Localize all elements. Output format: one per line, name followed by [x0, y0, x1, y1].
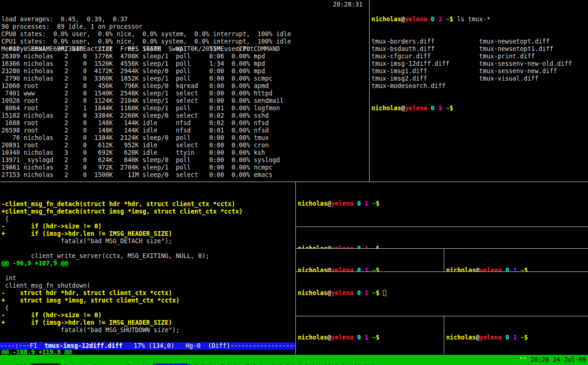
status-clock: 20:28: [527, 356, 553, 363]
prompt-segment: nicholas: [298, 267, 327, 271]
diff-line: {: [1, 215, 295, 223]
shell-pane-6[interactable]: nicholas@yelena 0 1 ~$: [444, 316, 588, 354]
prompt-segment: $: [376, 289, 379, 296]
prompt-segment: ~: [368, 289, 376, 296]
summary-line: CPU1 states: 0.0% user, 0.0% nice, 0.0% …: [1, 38, 369, 45]
diff-buffer: -client_msg_fn_detach(struct hdr *hdr, s…: [1, 201, 295, 354]
file-row: tmux-imsg2.diff tmux-visual.diff: [371, 75, 588, 82]
file-row: tmux-bsdauth.diff tmux-newsetopt1.diff: [371, 45, 588, 53]
prompt-segment: yelena: [479, 267, 502, 271]
prompt-segment: 1: [361, 289, 368, 296]
prompt-line: nicholas@yelena 0 1 ~$ ls tmux-*: [371, 16, 588, 23]
prompt-segment: ~: [368, 245, 376, 248]
process-row: 76 nicholas 2 0 1384K 2124K sleep/0 poll…: [1, 134, 283, 142]
pane-divider-h1: [296, 227, 588, 227]
prompt-segment: 0: [427, 16, 435, 23]
prompt-segment: 1: [361, 334, 368, 341]
prompt-segment: ~: [442, 105, 449, 112]
top-process-pane[interactable]: load averages: 0.45, 0.39, 0.3790 proces…: [0, 0, 369, 182]
diff-line: client_msg_fn_shutdown(: [1, 282, 295, 289]
prompt-segment: 0: [353, 267, 361, 271]
diff-line: -client_msg_fn_detach(struct hdr *hdr, s…: [1, 201, 295, 208]
diff-line: @@ -96,9 +107,9 @@: [1, 260, 295, 267]
process-row: 19861 nicholas 2 0 972K 2704K sleep/1 po…: [1, 164, 283, 171]
prompt-segment: nicholas: [298, 200, 327, 207]
tmux-status-bar: [0] 0:irssi# 1:todo 2:ncmpc- 3:mutt 4:ss…: [0, 355, 588, 365]
prompt-segment: yelena: [331, 267, 353, 271]
prompt-segment: 1: [509, 334, 517, 341]
diff-line: - if (hdr->size != 0): [1, 223, 295, 230]
prompt-segment: $: [449, 16, 453, 23]
process-table-header: PID USERNAME PRI NICE SIZE RES STATE WAI…: [1, 45, 283, 53]
prompt-segment: 1: [509, 267, 517, 271]
prompt-segment: yelena: [331, 200, 353, 207]
prompt-line: nicholas@yelena 0 1 ~$: [298, 267, 444, 271]
file-row: tmux-modesearch.diff: [371, 82, 588, 90]
shell-pane-5[interactable]: nicholas@yelena 0 1 ~$: [296, 316, 444, 354]
shell-pane-1[interactable]: nicholas@yelena 0 1 ~$: [296, 182, 588, 227]
pane-divider-vertical-bottom: [295, 182, 296, 354]
prompt-segment: yelena: [405, 105, 427, 112]
prompt-segment: nicholas: [371, 16, 401, 23]
file-row: tmux-cfgcur.diff tmux-print.diff: [371, 53, 588, 60]
shell-pane-3[interactable]: nicholas@yelena 0 1 ~$: [296, 249, 444, 271]
shell-pane-active[interactable]: nicholas@yelena 0 1 ~$: [296, 272, 588, 316]
pane-divider-vertical-top: [369, 0, 370, 182]
prompt-segment: @: [327, 200, 331, 207]
terminal-cursor: [383, 290, 386, 296]
prompt-segment: @: [327, 245, 331, 248]
diff-line: [1, 245, 295, 252]
modeline-info: 17% (134,0) Hg-0 (Diff): [122, 342, 230, 349]
prompt-segment: 1: [361, 200, 368, 207]
prompt-segment: nicholas: [298, 289, 327, 296]
diff-line: {: [1, 304, 295, 312]
prompt-line: nicholas@yelena 0 1 ~$: [298, 200, 588, 208]
status-date: 24-Jul-09: [553, 356, 586, 363]
diff-line: fatalx("bad MSG_DETACH size");: [1, 238, 295, 245]
prompt-segment: ~: [368, 200, 376, 207]
diff-line: client_write_server(cctx, MSG_EXITING, N…: [1, 252, 295, 260]
prompt-segment: ~: [442, 16, 449, 23]
prompt-segment: 1: [361, 245, 368, 248]
file-row: tmux-imsg-12diff.diff tmux-sessenv-new-o…: [371, 60, 588, 68]
process-row: 10926 root 2 0 1124K 2104K sleep/1 selec…: [1, 97, 283, 105]
prompt-segment: 0: [353, 289, 361, 296]
prompt-line: nicholas@yelena 0 1 ~$: [298, 334, 444, 341]
status-right: "" 20:28 24-Jul-09: [519, 356, 586, 364]
process-row: 16366 nicholas 2 0 1520K 4556K sleep/1 p…: [1, 60, 283, 68]
diff-line: + struct imsg *imsg, struct client_ctx *…: [1, 297, 295, 304]
prompt-segment: $: [376, 267, 379, 271]
pane-divider-h2: [296, 248, 588, 249]
shell-pane-4[interactable]: nicholas@yelena 0 1 ~$: [444, 249, 588, 271]
summary-line: 90 processes: 89 idle, 1 on processor: [1, 23, 369, 31]
diff-line: fatalx("bad MSG_SHUTDOWN size");: [1, 327, 295, 334]
pane-divider-h4: [296, 316, 588, 316]
process-row: 10340 nicholas 3 0 692K 620K idle ttyin …: [1, 149, 283, 157]
process-row: 12060 root 2 0 456K 796K sleep/0 kqread …: [1, 82, 283, 90]
shell-pane-2[interactable]: nicholas@yelena 0 1 ~$: [296, 227, 588, 248]
summary-line: load averages: 0.45, 0.39, 0.37: [1, 16, 369, 23]
prompt-segment: $: [449, 105, 453, 112]
prompt-segment: 0: [502, 267, 509, 271]
file-list: tmux-borders.diff tmux-newsetopt.difftmu…: [371, 38, 588, 90]
emacs-diff-pane[interactable]: -client_msg_fn_detach(struct hdr *hdr, s…: [0, 182, 295, 354]
process-row: 15182 nicholas 2 0 3384K 2260K sleep/0 s…: [1, 112, 283, 120]
diff-line: - struct hdr *hdr, struct client_ctx *cc…: [1, 289, 295, 297]
process-row: 26309 nicholas 2 0 1776K 4708K sleep/1 p…: [1, 53, 283, 60]
process-row: 23280 nicholas 2 0 4172K 2944K sleep/0 p…: [1, 68, 283, 75]
prompt-segment: $: [376, 200, 379, 207]
process-row: 2790 nicholas 2 0 3360K 1852K sleep/1 po…: [1, 75, 283, 82]
prompt-line: nicholas@yelena 0 1 ~$: [298, 245, 588, 248]
prompt-segment: yelena: [331, 289, 353, 296]
prompt-segment: ~: [368, 267, 376, 271]
tmux-session-screen: load averages: 0.45, 0.39, 0.3790 proces…: [0, 0, 588, 365]
prompt-segment: @: [327, 289, 331, 296]
prompt-line: nicholas@yelena 0 1 ~$: [446, 334, 588, 341]
prompt-segment: @: [327, 334, 331, 341]
prompt-segment: $: [376, 245, 379, 248]
summary-line: CPU0 states: 0.0% user, 0.0% nice, 0.0% …: [1, 31, 369, 38]
shell-pane-ls[interactable]: nicholas@yelena 0 1 ~$ ls tmux-* tmux-bo…: [370, 0, 588, 182]
prompt-segment: $: [524, 267, 528, 271]
prompt-segment: 1: [435, 16, 442, 23]
prompt-segment: 0: [427, 105, 435, 112]
